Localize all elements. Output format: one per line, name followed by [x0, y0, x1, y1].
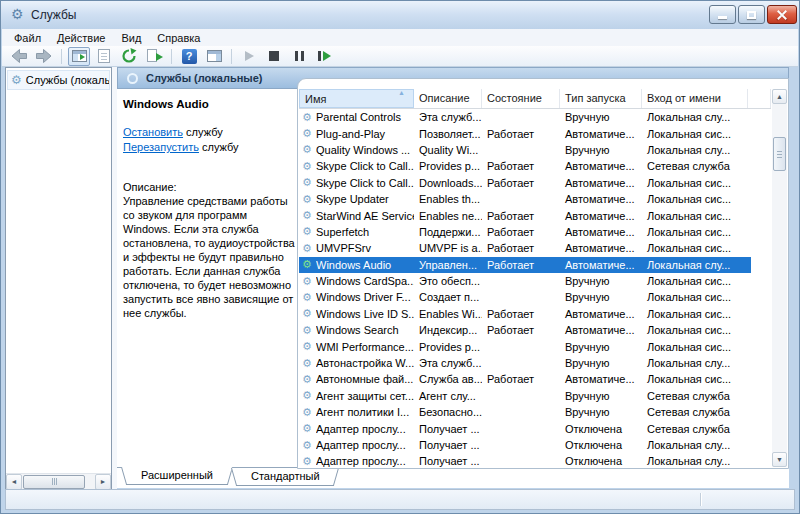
- menu-item[interactable]: Файл: [6, 31, 49, 45]
- tab-standard[interactable]: Стандартный: [235, 468, 336, 486]
- cell-status: Работает: [482, 226, 560, 238]
- menu-item[interactable]: Справка: [149, 31, 208, 45]
- column-header-0[interactable]: Имя▲: [299, 89, 414, 108]
- action-pane-toggle-button[interactable]: [203, 47, 225, 66]
- tab-label: Стандартный: [251, 470, 320, 482]
- table-row[interactable]: ⚙Агент защиты сет...Агент слу...ВручнуюС…: [299, 388, 751, 404]
- scroll-up-button[interactable]: ▲: [772, 89, 787, 104]
- list-vertical-scrollbar[interactable]: ▲ ▼: [772, 89, 787, 467]
- table-row[interactable]: ⚙Parental ControlsЭта служб...ВручнуюЛок…: [299, 109, 751, 125]
- selected-service-name: Windows Audio: [123, 98, 297, 110]
- forward-arrow-icon: [35, 47, 53, 65]
- table-row[interactable]: ⚙Windows Live ID S...Enables Wi...Работа…: [299, 306, 751, 322]
- cell-startup-type: Автоматиче...: [560, 128, 642, 140]
- scrollbar-thumb[interactable]: [773, 137, 786, 171]
- column-header-1[interactable]: Описание: [414, 89, 482, 108]
- cell-logon-as: Локальная слу...: [642, 357, 748, 369]
- cell-description: Provides p...: [414, 160, 482, 172]
- column-header-2[interactable]: Состояние: [482, 89, 560, 108]
- pause-service-button[interactable]: [288, 47, 310, 66]
- cell-startup-type: Вручную: [560, 144, 642, 156]
- table-row[interactable]: ⚙Skype Click to Call...Downloads...Работ…: [299, 175, 751, 191]
- stop-service-link[interactable]: Остановить: [123, 126, 183, 138]
- table-header: Имя▲ОписаниеСостояниеТип запускаВход от …: [299, 89, 771, 109]
- cell-logon-as: Локальная сис...: [642, 324, 748, 336]
- scroll-left-button[interactable]: ◄: [6, 474, 22, 490]
- table-row[interactable]: ⚙Адаптер прослу...Получает ...ОтключенаЛ…: [299, 437, 751, 453]
- restart-service-button[interactable]: [313, 47, 335, 66]
- restart-service-suffix: службу: [199, 141, 239, 153]
- table-row[interactable]: ⚙Автономные фай...Служба ав...РаботаетАв…: [299, 371, 751, 387]
- maximize-button[interactable]: [738, 5, 765, 24]
- cell-startup-type: Вручную: [560, 341, 642, 353]
- service-gear-icon: ⚙: [299, 406, 316, 419]
- cell-logon-as: Локальная слу...: [642, 259, 748, 271]
- cell-name: Windows Search: [316, 324, 414, 336]
- table-row[interactable]: ⚙StarWind AE ServiceEnables ne...Работае…: [299, 207, 751, 223]
- table-row[interactable]: ⚙Skype Click to Call...Provides p...Рабо…: [299, 158, 751, 174]
- scrollbar-thumb[interactable]: [23, 475, 85, 489]
- export-list-button[interactable]: [143, 47, 165, 66]
- menu-item[interactable]: Действие: [49, 31, 113, 45]
- menu-bar: ФайлДействиеВидСправка: [2, 29, 798, 46]
- cell-name: Parental Controls: [316, 111, 414, 123]
- menu-item[interactable]: Вид: [113, 31, 149, 45]
- cell-logon-as: Сетевая служба: [642, 390, 748, 402]
- column-header-extra[interactable]: [748, 89, 771, 108]
- tree-horizontal-scrollbar[interactable]: ◄ ►: [6, 473, 111, 489]
- stop-service-button[interactable]: [263, 47, 285, 66]
- tab-extended[interactable]: Расширенный: [125, 467, 229, 485]
- table-row[interactable]: ⚙Адаптер прослу...Получает ...ОтключенаС…: [299, 420, 751, 436]
- cell-name: Автонастройка W...: [316, 357, 414, 369]
- cell-logon-as: Локальная слу...: [642, 455, 748, 467]
- cell-name: Windows Live ID S...: [316, 308, 414, 320]
- cell-startup-type: Автоматиче...: [560, 308, 642, 320]
- cell-name: Адаптер прослу...: [316, 439, 414, 451]
- table-row[interactable]: ⚙UMVPFSrvUMVPF is a...РаботаетАвтоматиче…: [299, 240, 751, 256]
- table-row[interactable]: ⚙WMI Performance...Provides p...ВручнуюЛ…: [299, 338, 751, 354]
- cell-description: Эта служб...: [414, 357, 482, 369]
- cell-description: Индексир...: [414, 324, 482, 336]
- restart-icon: [318, 51, 331, 61]
- cell-name: Plug-and-Play: [316, 128, 414, 140]
- back-button[interactable]: [8, 47, 30, 66]
- console-tree-toggle-button[interactable]: [68, 47, 90, 66]
- tree-item-services-local[interactable]: ⚙ Службы (локальные): [7, 70, 110, 90]
- restart-service-link[interactable]: Перезапустить: [123, 141, 199, 153]
- tree-item-label: Службы (локальные): [26, 74, 110, 86]
- table-row[interactable]: ⚙Quality Windows ...Quality Wi...Вручную…: [299, 142, 751, 158]
- cell-name: Агент защиты сет...: [316, 390, 414, 402]
- cell-startup-type: Автоматиче...: [560, 373, 642, 385]
- close-icon: [777, 10, 787, 20]
- cell-logon-as: Локальная слу...: [642, 439, 748, 451]
- service-gear-icon: ⚙: [299, 209, 316, 222]
- properties-button[interactable]: [93, 47, 115, 66]
- table-row[interactable]: ⚙Автонастройка W...Эта служб...ВручнуюЛо…: [299, 355, 751, 371]
- close-button[interactable]: [767, 5, 797, 24]
- help-button[interactable]: ?: [178, 47, 200, 66]
- table-row[interactable]: ⚙Windows Driver F...Создает п...ВручнуюЛ…: [299, 289, 751, 305]
- scroll-down-button[interactable]: ▼: [772, 452, 787, 467]
- services-window: ⚙ Службы ФайлДействиеВидСправка ?: [0, 0, 800, 514]
- column-header-4[interactable]: Вход от имени: [642, 89, 748, 108]
- table-row[interactable]: ⚙Windows AudioУправлен...РаботаетАвтомат…: [299, 257, 751, 273]
- table-row[interactable]: ⚙Агент политики I...Безопасно...ВручнуюС…: [299, 404, 751, 420]
- table-row[interactable]: ⚙SuperfetchПоддержи...РаботаетАвтоматиче…: [299, 224, 751, 240]
- table-row[interactable]: ⚙Skype UpdaterEnables th...Автоматиче...…: [299, 191, 751, 207]
- cell-description: Получает ...: [414, 455, 482, 467]
- minimize-button[interactable]: [709, 5, 736, 24]
- start-service-button[interactable]: [238, 47, 260, 66]
- table-row[interactable]: ⚙Windows CardSpa...Это обесп...ВручнуюЛо…: [299, 273, 751, 289]
- export-list-icon: [147, 49, 162, 63]
- table-row[interactable]: ⚙Plug-and-PlayПозволяет...РаботаетАвтома…: [299, 125, 751, 141]
- services-app-icon: ⚙: [11, 6, 24, 22]
- refresh-button[interactable]: [118, 47, 140, 66]
- cell-description: Поддержи...: [414, 226, 482, 238]
- scroll-right-button[interactable]: ►: [95, 474, 111, 490]
- table-row[interactable]: ⚙Адаптер прослу...Получает ...ОтключенаЛ…: [299, 453, 751, 467]
- table-row[interactable]: ⚙Windows SearchИндексир...РаботаетАвтома…: [299, 322, 751, 338]
- column-header-3[interactable]: Тип запуска: [560, 89, 642, 108]
- help-icon: ?: [182, 49, 197, 64]
- service-gear-icon: ⚙: [299, 242, 316, 255]
- forward-button[interactable]: [33, 47, 55, 66]
